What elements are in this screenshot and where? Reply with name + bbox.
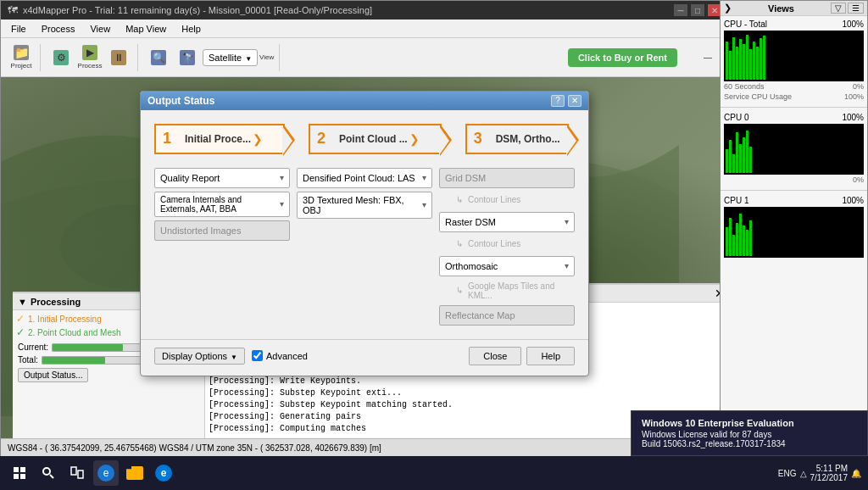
cpu-total-section: CPU - Total 100% 60 Seconds 0%	[721, 16, 867, 105]
log-line-8: [Processing]: Substep Keypoint exti...	[209, 387, 725, 399]
divider-1	[721, 107, 867, 108]
zoom-out-btn[interactable]: 🔭	[174, 44, 201, 71]
cpu1-bar-6	[743, 226, 745, 256]
step-1[interactable]: 1 Initial Proce... ❯	[154, 124, 285, 154]
minimize-button[interactable]: ─	[674, 4, 687, 16]
menu-file[interactable]: File	[4, 22, 33, 36]
reflectance-label: Reflectance Map	[445, 310, 515, 320]
contour-lines-1-label: Contour Lines	[468, 195, 520, 204]
svg-rect-3	[20, 467, 25, 472]
process-btn3[interactable]: ⏸	[105, 44, 132, 71]
notification-title: Windows 10 Enterprise Evaluation	[642, 418, 857, 428]
contour-lines-1-item: ↳ Contour Lines	[439, 192, 575, 209]
dialog-help-btn-footer[interactable]: Help	[526, 347, 575, 365]
cpu1-bar-5	[739, 214, 742, 256]
arrow-3: ↳	[456, 286, 463, 295]
dialog-help-btn[interactable]: ?	[551, 95, 565, 107]
dialog-close-btn-footer[interactable]: Close	[469, 347, 521, 365]
cpu1-bar-1	[726, 227, 728, 256]
step-3-label: DSM, Ortho...	[496, 133, 560, 145]
step-2-chevron: ❯	[409, 132, 420, 146]
cpu-0-stats: 0%	[724, 175, 864, 185]
step-2-number: 2	[317, 130, 334, 148]
cpu0-usage-pct: 0%	[853, 175, 864, 184]
textured-mesh-dropdown[interactable]: ▾	[422, 200, 426, 209]
cpu-0-pct: 100%	[842, 113, 864, 122]
view-group: 🔍 🔭 Satellite View	[145, 44, 280, 71]
outputs-grid: Quality Report ▾ Camera Internals and Ex…	[154, 168, 575, 326]
menu-map-view[interactable]: Map View	[119, 22, 173, 36]
taskbar-edge-icon[interactable]: e	[151, 460, 176, 486]
taskbar-notifications-btn[interactable]: 🔔	[851, 469, 861, 478]
cpu-total-label: CPU - Total	[724, 19, 767, 29]
status-bar: WGS84 - ( 36.37542099, 25.46755468) WGS8…	[1, 438, 728, 457]
display-options-btn[interactable]: Display Options	[154, 348, 245, 365]
dialog-title: Output Status	[147, 95, 214, 107]
map-area[interactable]: ▼ Processing ✕ ✓ 1. Initial Processing ✓…	[1, 77, 728, 440]
camera-item[interactable]: Camera Internals and Externals, AAT, BBA…	[154, 192, 290, 217]
cpu-0-section: CPU 0 100% 0%	[721, 109, 867, 188]
check-icon-2: ✓	[16, 326, 25, 338]
new-btn[interactable]: 📁 Project	[8, 44, 35, 71]
menu-process[interactable]: Process	[35, 22, 82, 36]
maximize-button[interactable]: □	[691, 4, 704, 16]
step-3[interactable]: 3 DSM, Ortho...	[465, 124, 569, 154]
orthomosaic-dropdown[interactable]: ▾	[565, 261, 569, 270]
textured-mesh-item[interactable]: 3D Textured Mesh: FBX, OBJ ▾	[297, 192, 432, 219]
cpu1-bar-3	[732, 235, 735, 256]
minimize-app-btn[interactable]: ─	[694, 44, 721, 71]
undistorted-label: Undistorted Images	[160, 226, 241, 236]
step-1-chevron: ❯	[253, 132, 263, 146]
taskbar-start-btn[interactable]	[7, 460, 32, 486]
taskbar-task-view-btn[interactable]	[64, 460, 90, 486]
quality-report-item[interactable]: Quality Report ▾	[154, 168, 290, 188]
satellite-dropdown[interactable]: Satellite	[203, 49, 258, 66]
cpu-0-graph	[724, 124, 864, 175]
cpu-bar-10	[756, 47, 759, 80]
orthomosaic-item[interactable]: Orthomosaic ▾	[439, 256, 575, 276]
quality-report-dropdown[interactable]: ▾	[280, 173, 284, 182]
cpu-bar-5	[739, 39, 742, 80]
tree-label-2: 2. Point Cloud and Mesh	[28, 328, 121, 337]
cpu0-bar-1	[726, 149, 728, 173]
taskbar-lang: ENG	[778, 469, 797, 478]
orthomosaic-label: Orthomosaic	[445, 261, 498, 271]
buy-rent-button[interactable]: Click to Buy or Rent	[568, 48, 677, 67]
taskbar-time: 5:11 PM	[810, 464, 849, 473]
step-2-label: Point Cloud ...	[339, 133, 408, 145]
advanced-checkbox[interactable]	[252, 350, 263, 361]
menu-view[interactable]: View	[83, 22, 117, 36]
views-nav-btn[interactable]: ❯	[724, 3, 732, 14]
densified-cloud-item[interactable]: Densified Point Cloud: LAS ▾	[297, 168, 432, 188]
service-label: Service CPU Usage	[724, 92, 792, 101]
raster-dsm-item[interactable]: Raster DSM ▾	[439, 212, 575, 232]
advanced-check[interactable]: Advanced	[252, 350, 308, 361]
cpu-bar-9	[753, 42, 755, 80]
taskbar-search-btn[interactable]	[36, 460, 61, 486]
dialog-close-btn[interactable]: ✕	[568, 95, 581, 107]
step-2[interactable]: 2 Point Cloud ... ❯	[309, 124, 442, 154]
zoom-in-btn[interactable]: 🔍	[145, 44, 172, 71]
menu-help[interactable]: Help	[175, 22, 208, 36]
raster-dsm-label: Raster DSM	[445, 217, 496, 227]
win-notification: Windows 10 Enterprise Evaluation Windows…	[631, 410, 868, 456]
process-btn2[interactable]: ▶ Process	[76, 44, 103, 71]
camera-dropdown[interactable]: ▾	[280, 199, 284, 209]
views-btn-1[interactable]: ▽	[831, 3, 846, 14]
log-line-7: [Processing]: Write Keypoints.	[209, 376, 725, 387]
cpu-bar-6	[743, 44, 745, 80]
output-status-btn[interactable]: Output Status...	[18, 368, 88, 382]
divider-2	[721, 190, 867, 191]
advanced-label: Advanced	[266, 351, 308, 361]
title-bar: 🗺 x4dMapper Pro - Trial: 11 remaining da…	[1, 1, 728, 19]
raster-dsm-dropdown[interactable]: ▾	[565, 217, 569, 226]
col-3: Grid DSM ↳ Contour Lines Raster DSM ▾	[439, 168, 575, 326]
taskbar-folder-icon[interactable]	[122, 460, 147, 486]
densified-dropdown[interactable]: ▾	[422, 173, 426, 182]
views-btn-2[interactable]: ☰	[848, 3, 864, 14]
textured-mesh-label: 3D Textured Mesh: FBX, OBJ	[303, 195, 422, 215]
taskbar-ie-icon[interactable]: e	[93, 460, 119, 486]
taskbar-up-arrow[interactable]: △	[800, 469, 807, 478]
process-btn1[interactable]: ⚙	[47, 44, 75, 71]
svg-point-6	[43, 468, 50, 475]
